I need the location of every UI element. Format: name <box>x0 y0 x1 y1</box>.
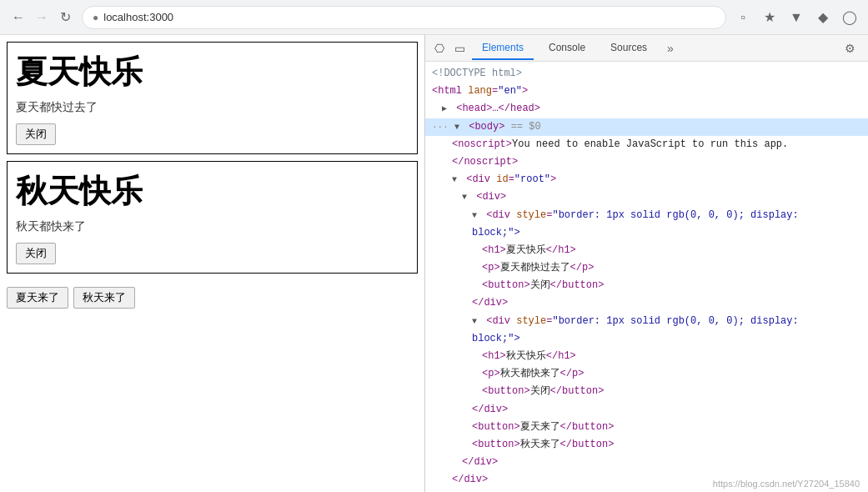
puzzle-icon[interactable]: ◆ <box>813 8 833 28</box>
html-btn-autumn[interactable]: <button>秋天来了</button> <box>425 436 868 454</box>
toolbar-right: ▫ ★ ▼ ◆ ◯ <box>733 8 860 28</box>
html-div-style1[interactable]: ▼ <div style="border: 1px solid rgb(0, 0… <box>425 207 868 224</box>
autumn-title: 秋天快乐 <box>16 170 409 213</box>
autumn-subtitle: 秋天都快来了 <box>16 219 409 234</box>
devtools-html-content: <!DOCTYPE html> <html lang="en"> ▶ <head… <box>425 62 868 492</box>
profile-icon[interactable]: ◯ <box>840 8 860 28</box>
html-div-inner[interactable]: ▼ <div> <box>425 188 868 206</box>
html-div-style1b: block;"> <box>425 224 868 242</box>
devtools-pane: ⎔ ▭ Elements Console Sources » ⚙ <!DOCTY… <box>425 35 868 492</box>
html-div-close1: </div> <box>425 294 868 312</box>
html-btn-summer[interactable]: <button>夏天来了</button> <box>425 419 868 436</box>
back-button[interactable]: ← <box>8 8 28 28</box>
html-p-summer[interactable]: <p>夏天都快过去了</p> <box>425 259 868 277</box>
html-div-close2: </div> <box>425 401 868 419</box>
watermark: https://blog.csdn.net/Y27204_15840 <box>713 479 860 489</box>
webpage-pane: 夏天快乐 夏天都快过去了 关闭 秋天快乐 秋天都快来了 关闭 夏天来了 秋天来了 <box>0 35 425 492</box>
summer-subtitle: 夏天都快过去了 <box>16 100 409 115</box>
bottom-buttons: 夏天来了 秋天来了 <box>0 280 424 315</box>
html-noscript[interactable]: <noscript>You need to enable JavaScript … <box>425 136 868 153</box>
summer-close-button[interactable]: 关闭 <box>16 123 56 145</box>
html-h1-autumn[interactable]: <h1>秋天快乐</h1> <box>425 348 868 365</box>
html-div-root[interactable]: ▼ <div id="root"> <box>425 171 868 188</box>
tab-elements[interactable]: Elements <box>472 37 534 60</box>
html-div-style2b: block;"> <box>425 330 868 348</box>
nav-buttons: ← → ↻ <box>8 8 75 28</box>
reload-button[interactable]: ↻ <box>55 8 75 28</box>
summer-title: 夏天快乐 <box>16 51 409 93</box>
cast-icon[interactable]: ▫ <box>733 8 753 28</box>
card-summer: 夏天快乐 夏天都快过去了 关闭 <box>7 42 418 154</box>
devtools-wrapper: <!DOCTYPE html> <html lang="en"> ▶ <head… <box>425 62 868 492</box>
autumn-close-button[interactable]: 关闭 <box>16 243 56 264</box>
html-body-tag[interactable]: ··· ▼ <body> == $0 <box>425 118 868 136</box>
html-noscript-close: </noscript> <box>425 153 868 171</box>
html-h1-summer[interactable]: <h1>夏天快乐</h1> <box>425 242 868 259</box>
html-p-autumn[interactable]: <p>秋天都快来了</p> <box>425 365 868 383</box>
tab-sources[interactable]: Sources <box>600 37 657 60</box>
device-toggle-icon[interactable]: ▭ <box>452 41 467 56</box>
html-div-close3: </div> <box>425 454 868 471</box>
html-head-tag[interactable]: ▶ <head>…</head> <box>425 100 868 118</box>
devtools-settings-button[interactable]: ⚙ <box>838 37 861 60</box>
url-text: localhost:3000 <box>103 11 173 23</box>
inspect-element-icon[interactable]: ⎔ <box>432 41 447 56</box>
tab-console[interactable]: Console <box>539 37 595 60</box>
summer-came-button[interactable]: 夏天来了 <box>7 287 68 309</box>
address-bar[interactable]: ● localhost:3000 <box>82 6 726 29</box>
autumn-came-button[interactable]: 秋天来了 <box>73 287 135 309</box>
html-doctype: <!DOCTYPE html> <box>425 65 868 83</box>
html-btn-close1[interactable]: <button>关闭</button> <box>425 277 868 294</box>
html-div-style2[interactable]: ▼ <div style="border: 1px solid rgb(0, 0… <box>425 313 868 330</box>
html-html-tag[interactable]: <html lang="en"> <box>425 83 868 100</box>
main-area: 夏天快乐 夏天都快过去了 关闭 秋天快乐 秋天都快来了 关闭 夏天来了 秋天来了… <box>0 35 868 492</box>
bookmark-icon[interactable]: ★ <box>760 8 780 28</box>
extensions-icon[interactable]: ▼ <box>786 8 806 28</box>
lock-icon: ● <box>93 12 98 23</box>
devtools-inspect-bar: ⎔ ▭ Elements Console Sources » ⚙ <box>425 35 868 62</box>
forward-button[interactable]: → <box>32 8 52 28</box>
browser-chrome: ← → ↻ ● localhost:3000 ▫ ★ ▼ ◆ ◯ <box>0 0 868 35</box>
html-btn-close2[interactable]: <button>关闭</button> <box>425 383 868 400</box>
card-autumn: 秋天快乐 秋天都快来了 关闭 <box>7 161 418 274</box>
more-tabs-button[interactable]: » <box>664 38 677 58</box>
